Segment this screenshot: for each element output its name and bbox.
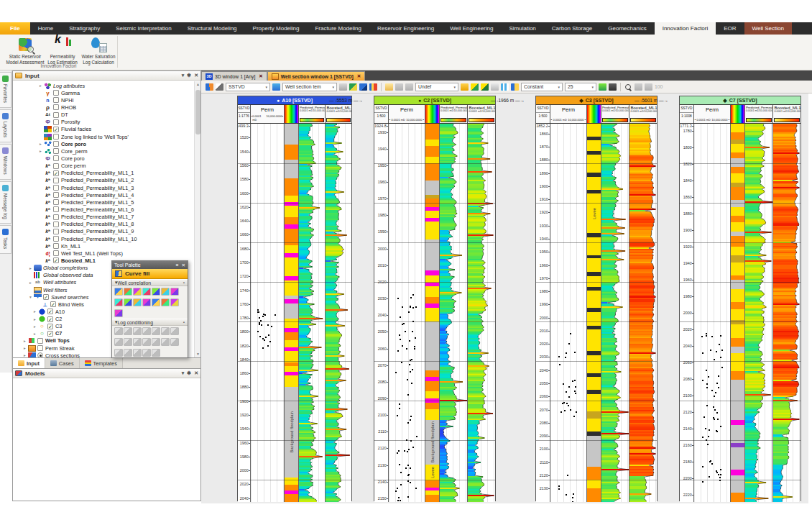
- panel-tab-input[interactable]: Input: [13, 358, 45, 368]
- ghost-curve-icon[interactable]: [491, 83, 499, 91]
- ribbon-tab-well-section[interactable]: Well Section: [744, 22, 792, 35]
- expander-icon[interactable]: ▸: [32, 309, 38, 314]
- input-panel-close-icon[interactable]: ✕: [194, 73, 198, 78]
- predicted-perm-column[interactable]: [601, 124, 630, 502]
- side-tab-favorites[interactable]: Favorites: [0, 72, 11, 108]
- side-tab-message-log[interactable]: Message log: [0, 181, 11, 224]
- log-conditioning-tool-icon[interactable]: [142, 349, 151, 357]
- ribbon-tab-geomechanics[interactable]: Geomechanics: [600, 22, 654, 35]
- section-options-icon[interactable]: ▪: [183, 320, 185, 324]
- well-correlation-tool-icon[interactable]: [161, 288, 170, 296]
- models-panel-close-icon[interactable]: ✕: [194, 370, 198, 376]
- tree-item-well-test-ml1-well-tops[interactable]: d¦Well Test_ML1 (Well Tops): [13, 250, 194, 257]
- zoom-icon[interactable]: [624, 83, 632, 91]
- log-conditioning-tool-icon[interactable]: [133, 338, 142, 346]
- log-conditioning-tool-icon[interactable]: [161, 338, 170, 346]
- tree-checkbox[interactable]: [53, 141, 59, 147]
- tree-checkbox[interactable]: ✓: [53, 170, 59, 176]
- log-conditioning-tool-icon[interactable]: [114, 327, 123, 335]
- annotation-icon[interactable]: [599, 83, 606, 91]
- tree-checkbox[interactable]: [53, 90, 59, 96]
- log-conditioning-tool-icon[interactable]: [152, 327, 160, 335]
- tree-item-predicted-permeability-ml1-5[interactable]: kʰPredicted_Permeability_ML1_5: [13, 198, 194, 206]
- tree-item-predicted-permeability-ml1-10[interactable]: kʰPredicted_Permeability_ML1_10: [13, 235, 194, 242]
- panel-tab-templates[interactable]: Templates: [80, 358, 123, 368]
- redo-icon[interactable]: [405, 83, 413, 91]
- camera-icon[interactable]: [609, 83, 617, 91]
- expander-icon[interactable]: ▸: [37, 142, 44, 146]
- tool-palette-close-icon[interactable]: ✕: [182, 262, 185, 268]
- doc-tab-3d-window-1-any[interactable]: 3D3D window 1 [Any]✕: [201, 71, 267, 81]
- tool-palette-window[interactable]: Tool Palette ≡✕ Curve fill ▾ Well correl…: [111, 260, 188, 358]
- tree-item-predicted-permeability-ml1-3[interactable]: kʰPredicted_Permeability_ML1_3: [13, 184, 194, 191]
- tree-checkbox[interactable]: ✓: [47, 316, 53, 322]
- tool-palette-settings-icon[interactable]: ≡: [176, 262, 179, 268]
- well-title-c7[interactable]: ◆C7 [SSTVD]: [680, 96, 801, 105]
- well-correlation-tool-icon[interactable]: [114, 288, 123, 296]
- ribbon-tab-simulation[interactable]: Simulation: [501, 22, 543, 35]
- expander-icon[interactable]: ▸: [27, 266, 34, 270]
- tree-checkbox[interactable]: [53, 185, 59, 191]
- perm-column[interactable]: [389, 124, 425, 502]
- tree-item-core-poro[interactable]: ΦCore poro: [13, 155, 194, 162]
- section-header-well-correlation[interactable]: ▾ Well correlation▪: [112, 279, 188, 286]
- section-header-log-conditioning[interactable]: ▾ Log conditioning▪: [112, 319, 188, 326]
- ribbon-tab-eor[interactable]: EOR: [716, 22, 744, 35]
- tree-checkbox[interactable]: [37, 345, 43, 351]
- well-section-canvas[interactable]: ●A10 [SSTVD]SSTVD1:1776Perm0.0001 mD10,0…: [201, 93, 808, 503]
- track-body[interactable]: 1499.31520154015601580160016201640166016…: [238, 124, 351, 502]
- well-correlation-tool-icon[interactable]: [124, 298, 132, 306]
- well-correlation-tool-icon[interactable]: [170, 288, 179, 296]
- tree-checkbox[interactable]: ✓: [53, 127, 59, 132]
- tree-item-rhob[interactable]: ρRHOB: [13, 104, 194, 111]
- tree-item-log-attributes[interactable]: ▸Log attributes: [13, 82, 194, 89]
- size-dropdown[interactable]: 25▾: [565, 83, 596, 91]
- log-conditioning-tool-icon[interactable]: [124, 349, 132, 357]
- tree-item-predicted-permeability-ml1-7[interactable]: kʰPredicted_Permeability_ML1_7: [13, 214, 194, 221]
- facies-column[interactable]: Levee: [587, 124, 601, 502]
- tree-checkbox[interactable]: [53, 206, 59, 212]
- pen-icon[interactable]: [359, 83, 367, 91]
- tree-checkbox[interactable]: [53, 104, 59, 110]
- well-correlation-tool-icon[interactable]: [152, 298, 160, 306]
- tree-checkbox[interactable]: [37, 338, 43, 344]
- tree-checkbox[interactable]: ✓: [47, 331, 53, 337]
- ribbon-tab-property-modeling[interactable]: Property Modeling: [245, 22, 308, 35]
- tree-item-zone-log-linked-to-well-tops[interactable]: Zone log linked to 'Well Tops': [13, 133, 194, 140]
- input-panel-pin-icon[interactable]: ✱: [187, 73, 191, 78]
- tree-checkbox[interactable]: ✓: [50, 301, 56, 307]
- well-title-c2[interactable]: ●C2 [SSTVD]: [374, 96, 495, 105]
- input-panel-menu-icon[interactable]: ▾: [182, 73, 185, 78]
- well-track-c2[interactable]: ●C2 [SSTVD]SSTVD1:500Perm0.0001 mD10,000…: [374, 96, 496, 501]
- tree-item-nphi[interactable]: nNPHI: [13, 96, 194, 104]
- log-conditioning-tool-icon[interactable]: [142, 327, 151, 335]
- expander-icon[interactable]: ▸: [32, 324, 38, 329]
- tree-checkbox[interactable]: [53, 112, 59, 118]
- track-body[interactable]: 1852.21860187018801890190019101920193019…: [536, 124, 657, 502]
- log-conditioning-tool-icon[interactable]: [133, 327, 142, 335]
- flash-apply-icon[interactable]: [471, 83, 479, 91]
- perm-column[interactable]: [251, 124, 285, 502]
- curve-fill-tool[interactable]: Curve fill: [112, 269, 188, 279]
- well-correlation-tool-icon[interactable]: [133, 288, 142, 296]
- tree-checkbox[interactable]: [53, 155, 59, 161]
- undo-icon[interactable]: [395, 83, 403, 91]
- lock-icon[interactable]: [461, 83, 469, 91]
- facies-column[interactable]: [731, 124, 745, 502]
- well-track-c3[interactable]: ◆C3 [SSTVD]SSTVD1:500Perm0.0001 mD10,000…: [535, 96, 658, 501]
- boosted-column[interactable]: [326, 124, 351, 502]
- tree-item-dt[interactable]: ΔtDT: [13, 111, 194, 119]
- tree-item-predicted-permeability-ml1-1[interactable]: kʰ✓Predicted_Permeability_ML1_1: [13, 170, 194, 177]
- tree-item-porosity[interactable]: ΦPorosity: [13, 119, 194, 126]
- log-conditioning-tool-icon[interactable]: [114, 349, 123, 357]
- tree-checkbox[interactable]: [53, 163, 59, 169]
- ribbon-tab-well-engineering[interactable]: Well Engineering: [442, 22, 501, 35]
- sync-icon[interactable]: [206, 83, 213, 91]
- tree-checkbox[interactable]: [53, 229, 59, 234]
- log-conditioning-tool-icon[interactable]: [114, 338, 123, 346]
- tree-checkbox[interactable]: [53, 250, 59, 256]
- zoom-undo-icon[interactable]: [635, 83, 642, 91]
- doc-tab-close-icon[interactable]: ✕: [259, 73, 262, 79]
- tree-item-predicted-permeability-ml1-9[interactable]: kʰPredicted_Permeability_ML1_9: [13, 228, 194, 235]
- log-conditioning-tool-icon[interactable]: [142, 338, 151, 346]
